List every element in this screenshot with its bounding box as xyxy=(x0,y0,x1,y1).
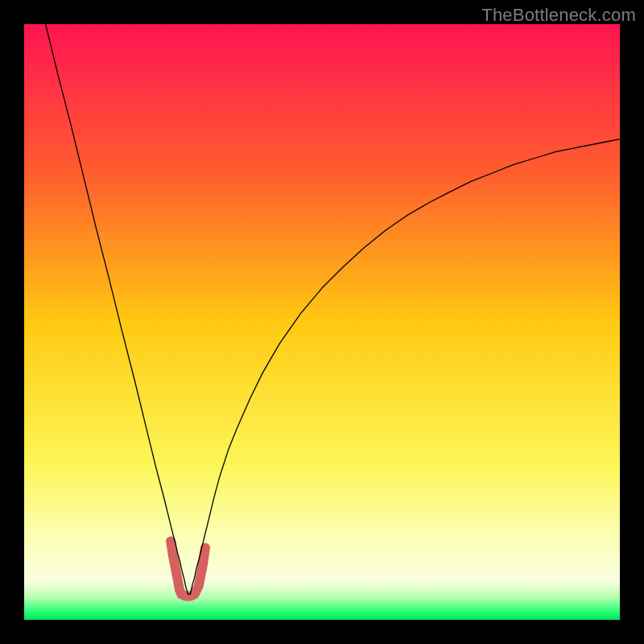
svg-rect-0 xyxy=(24,24,620,620)
chart-background xyxy=(24,24,620,620)
chart-frame xyxy=(24,24,620,620)
watermark-text: TheBottleneck.com xyxy=(481,5,636,26)
